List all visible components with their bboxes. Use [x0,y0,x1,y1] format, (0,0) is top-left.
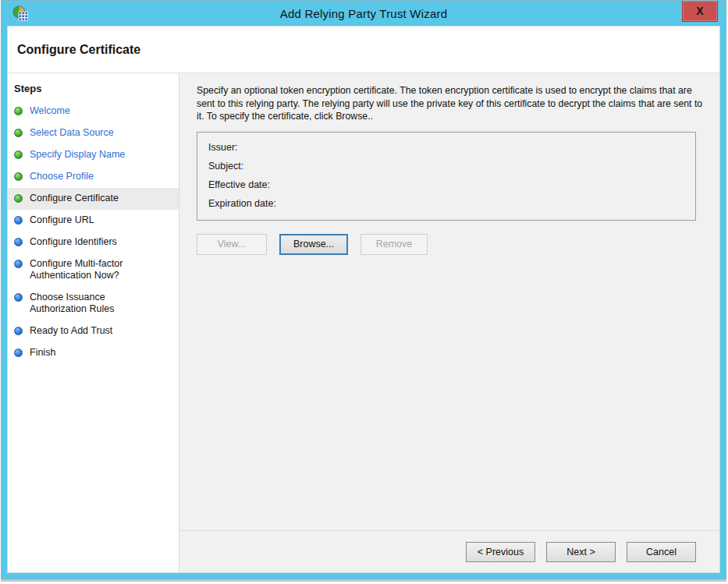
step-completed-icon [14,129,23,137]
step-pending-icon [14,293,23,302]
instruction-text: Specify an optional token encryption cer… [197,84,707,123]
step-label: Choose Profile [30,171,94,182]
certificate-field-expiration-date: Expiration date: [208,194,684,213]
step-completed-icon [14,172,23,181]
close-button[interactable]: X [682,1,718,22]
step-label: Choose Issuance Authorization Rules [30,292,151,315]
step-label: Ready to Add Trust [30,325,112,337]
main-panel: Specify an optional token encryption cer… [179,73,719,572]
window-title: Add Relying Party Trust Wizard [280,7,447,20]
close-icon: X [696,5,703,17]
certificate-field-issuer: Issuer: [208,138,684,157]
step-label: Select Data Source [30,127,114,139]
adfs-app-icon [12,5,28,21]
cancel-button[interactable]: Cancel [627,542,696,562]
step-label: Specify Display Name [30,149,125,161]
step-label: Welcome [30,105,70,117]
step-completed-icon [14,194,23,203]
wizard-window: Add Relying Party Trust Wizard X Configu… [1,0,726,579]
sidebar-step-welcome[interactable]: Welcome [8,101,179,122]
sidebar-step-configure-certificate: Configure Certificate [8,188,179,210]
remove-button: Remove [360,234,428,255]
step-label: Finish [30,347,55,359]
step-label: Configure URL [30,214,94,226]
previous-button[interactable]: < Previous [466,542,535,562]
certificate-info-box: Issuer:Subject:Effective date:Expiration… [197,132,696,221]
step-label: Configure Identifiers [30,236,117,248]
sidebar-step-choose-profile[interactable]: Choose Profile [8,166,179,188]
wizard-footer: < Previous Next > Cancel [179,530,719,572]
browse-button[interactable]: Browse... [279,234,348,255]
certificate-field-effective-date: Effective date: [208,175,684,194]
steps-list: WelcomeSelect Data SourceSpecify Display… [8,101,179,364]
window-body: Configure Certificate Steps WelcomeSelec… [7,26,720,573]
steps-sidebar: Steps WelcomeSelect Data SourceSpecify D… [8,73,179,572]
sidebar-step-ready-to-add-trust: Ready to Add Trust [8,320,179,342]
titlebar: Add Relying Party Trust Wizard X [7,1,720,26]
sidebar-step-configure-identifiers: Configure Identifiers [8,232,179,253]
next-button[interactable]: Next > [546,542,616,562]
certificate-button-row: View... Browse... Remove [197,234,707,255]
page-title: Configure Certificate [8,43,140,57]
sidebar-step-select-data-source[interactable]: Select Data Source [8,122,179,144]
step-pending-icon [14,238,23,246]
step-pending-icon [14,260,23,268]
sidebar-step-configure-multi-factor-authentication-now: Configure Multi-factor Authentication No… [8,253,179,287]
step-completed-icon [14,150,23,159]
page-header: Configure Certificate [8,27,719,73]
step-pending-icon [14,216,23,225]
step-label: Configure Multi-factor Authentication No… [30,258,151,281]
view-button: View... [197,234,267,255]
step-pending-icon [14,327,23,335]
steps-heading: Steps [8,78,179,101]
sidebar-step-configure-url: Configure URL [8,210,179,232]
certificate-field-subject: Subject: [208,157,684,175]
step-pending-icon [14,349,23,357]
sidebar-step-finish: Finish [8,342,179,364]
sidebar-step-choose-issuance-authorization-rules: Choose Issuance Authorization Rules [8,287,179,320]
step-completed-icon [14,107,23,115]
step-label: Configure Certificate [30,193,119,204]
sidebar-step-specify-display-name[interactable]: Specify Display Name [8,144,179,166]
